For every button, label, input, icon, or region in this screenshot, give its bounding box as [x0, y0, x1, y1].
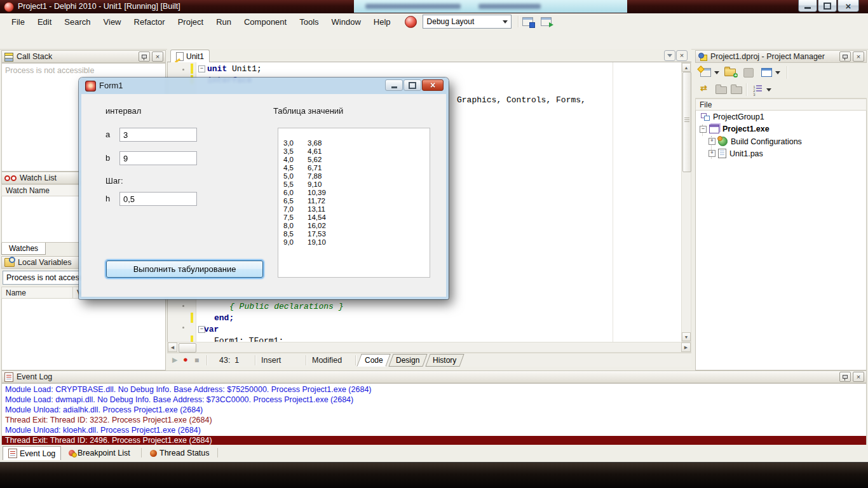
set-debug-layout-button[interactable] [541, 17, 552, 26]
save-desktop-layout-button[interactable] [522, 17, 533, 26]
log-entry[interactable]: Module Load: CRYPTBASE.dll. No Debug Inf… [2, 385, 866, 395]
macro-record-button[interactable] [183, 355, 188, 364]
watches-tab[interactable]: Watches [1, 243, 46, 255]
menu-window[interactable]: Window [325, 15, 367, 29]
separator [518, 16, 519, 27]
call-stack-header[interactable]: Call Stack [1, 50, 166, 63]
tabulate-button[interactable]: Выполнить табулирование [106, 261, 263, 278]
project-manager-toolbar [695, 63, 867, 82]
new-project-icon[interactable] [700, 68, 711, 77]
open-project-icon[interactable] [724, 69, 736, 76]
grid-dropdown-icon[interactable] [775, 71, 780, 74]
editor-horizontal-scrollbar[interactable] [167, 342, 691, 353]
local-variables-body[interactable] [1, 299, 166, 370]
new-dropdown-icon[interactable] [714, 71, 719, 74]
editor-status-bar: 43: 1 Insert Modified Code Design Histor… [167, 353, 691, 367]
log-entry[interactable]: Module Unload: adialhk.dll. Process Proj… [2, 405, 866, 416]
title-bar[interactable]: Project1 - Delphi 2010 - Unit1 [Running]… [0, 0, 868, 13]
scroll-up-button[interactable] [682, 63, 691, 72]
welcome-page-icon[interactable] [405, 16, 417, 28]
horizontal-scroll-thumb[interactable] [179, 343, 196, 353]
menu-help[interactable]: Help [367, 15, 397, 29]
tab-design[interactable]: Design [388, 354, 427, 367]
call-stack-icon [4, 53, 13, 61]
toolbar [0, 30, 868, 50]
scroll-right-button[interactable] [681, 342, 691, 352]
tab-unit1[interactable]: Unit1 [170, 50, 210, 63]
log-entry[interactable]: Thread Exit: Thread ID: 3232. Process Pr… [2, 416, 866, 426]
menu-tools[interactable]: Tools [293, 15, 325, 29]
pin-button[interactable] [839, 51, 851, 62]
modified-line-bar [191, 313, 193, 323]
minimize-button[interactable] [798, 0, 817, 12]
menu-view[interactable]: View [97, 15, 128, 29]
expand-icon[interactable] [709, 138, 715, 145]
tab-event-log[interactable]: Event Log [3, 446, 61, 460]
tree-item-label: Unit1.pas [729, 149, 763, 158]
form-minimize-button[interactable] [385, 79, 403, 91]
form1-window[interactable]: Form1 интервал Таблица значений a b Шаг:… [79, 78, 449, 299]
menu-edit[interactable]: Edit [31, 15, 58, 29]
name-column[interactable]: Name [2, 287, 73, 298]
vertical-scroll-thumb[interactable] [682, 72, 691, 172]
form-restore-button[interactable] [403, 79, 421, 91]
macro-stop-button[interactable] [194, 356, 199, 365]
project-manager-header[interactable]: Project1.dproj - Project Manager [695, 50, 867, 63]
tree-item-unit1pas[interactable]: Unit1.pas [709, 149, 763, 158]
menu-file[interactable]: File [5, 15, 31, 29]
tree-item-projectgroup[interactable]: ProjectGroup1 [701, 112, 764, 121]
disabled-icon [743, 68, 754, 78]
scroll-down-button[interactable] [682, 332, 691, 341]
event-log-body[interactable]: Module Load: CRYPTBASE.dll. No Debug Inf… [1, 383, 867, 445]
close-panel-button[interactable] [152, 51, 163, 62]
b-input[interactable] [119, 151, 197, 165]
menu-component[interactable]: Component [238, 15, 293, 29]
close-button[interactable] [837, 0, 859, 12]
log-entry[interactable]: Module Load: dwmapi.dll. No Debug Info. … [2, 395, 866, 405]
form-close-button[interactable] [422, 79, 444, 91]
value-row: 7,514,54 [278, 214, 430, 222]
menu-refactor[interactable]: Refactor [128, 15, 172, 29]
desktop-layout-value: Debug Layout [423, 17, 475, 26]
event-log-icon [4, 372, 13, 382]
macro-play-button[interactable] [172, 356, 177, 364]
a-input[interactable] [119, 128, 197, 142]
scroll-left-button[interactable] [168, 342, 177, 352]
tab-history[interactable]: History [425, 354, 464, 367]
tab-code[interactable]: Code [356, 354, 390, 367]
editor-views-button[interactable] [664, 50, 675, 61]
editor-vertical-scrollbar[interactable] [681, 62, 691, 342]
fold-marker[interactable] [198, 65, 205, 72]
expand-icon[interactable] [709, 150, 715, 157]
tab-breakpoint-list[interactable]: Breakpoint List [64, 446, 135, 460]
tree-item-build-configurations[interactable]: Build Configurations [709, 137, 802, 146]
minimize-icon [804, 7, 811, 9]
h-input[interactable] [119, 192, 197, 206]
chevron-down-icon [503, 20, 508, 24]
project-manager-body[interactable]: ProjectGroup1 Project1.exe Build Configu… [695, 111, 867, 370]
close-page-button[interactable] [676, 50, 688, 61]
close-panel-button[interactable] [853, 372, 864, 382]
values-listbox[interactable]: 3,03,68 3,54,61 4,05,62 4,56,71 5,07,88 … [278, 128, 430, 278]
desktop-layout-combobox[interactable]: Debug Layout [423, 15, 512, 29]
sync-icon[interactable] [700, 83, 707, 93]
pin-button[interactable] [139, 51, 150, 62]
menu-run[interactable]: Run [210, 15, 238, 29]
sort-list-icon[interactable] [754, 85, 762, 93]
log-entry[interactable]: Module Unload: kloehk.dll. Process Proje… [2, 426, 866, 436]
event-log-header[interactable]: Event Log [1, 370, 867, 383]
tab-thread-status[interactable]: Thread Status [145, 446, 215, 460]
collapse-icon[interactable] [700, 126, 707, 133]
close-panel-button[interactable] [853, 51, 864, 62]
project-manager-title: Project1.dproj - Project Manager [710, 52, 825, 61]
tree-item-project1exe[interactable]: Project1.exe [700, 125, 770, 133]
project-manager-column-header[interactable]: File [695, 98, 867, 111]
plus-badge [733, 73, 738, 78]
menu-project[interactable]: Project [172, 15, 210, 29]
pin-button[interactable] [839, 372, 851, 382]
restore-button[interactable] [818, 0, 837, 12]
menu-search[interactable]: Search [58, 15, 97, 29]
sort-dropdown-icon[interactable] [766, 88, 771, 92]
file-column[interactable]: File [696, 99, 866, 110]
view-grid-icon[interactable] [761, 68, 772, 77]
